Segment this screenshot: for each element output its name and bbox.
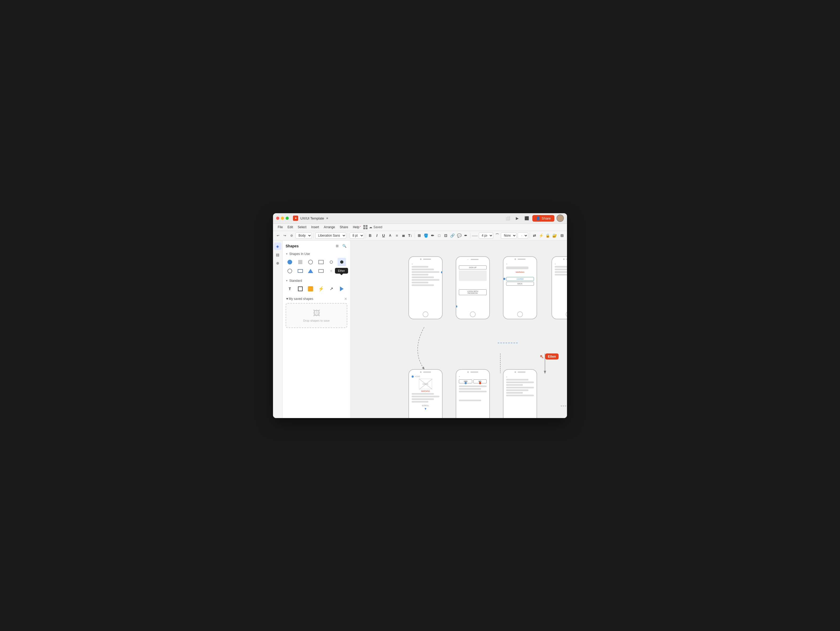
lightning-button[interactable]: ⚡ [538,232,544,239]
underline-button[interactable]: U [381,232,386,239]
grid-icon [363,225,368,229]
shape-rect2[interactable] [317,267,325,275]
user-avatar[interactable] [556,215,564,222]
cloud-icon: ☁ [369,225,372,229]
present-icon[interactable]: ⬜ [504,215,512,222]
shapes-panel-toggle[interactable]: ◈ [274,243,281,250]
canvas-inner: ≡ [351,240,567,418]
format-button[interactable]: ⊘ [289,233,295,238]
phone-r2-p1: HOME IMAGE WARNING [409,369,442,418]
menu-file[interactable]: File [276,225,285,230]
shape-rect[interactable] [317,258,325,266]
font-select[interactable]: Liberation Sans [315,232,346,239]
layers-toggle[interactable]: ⊕ [274,259,281,267]
line-width-select[interactable]: 4 px [479,232,493,239]
size-select[interactable]: 8 pt [350,232,364,239]
lock-button[interactable]: 🔒 [545,232,551,239]
shape-blue-rect[interactable] [296,267,305,275]
align-button[interactable]: ≡ [394,232,399,239]
saved-close-icon[interactable]: ✕ [344,297,347,301]
shapes-panel-title: Shapes [286,244,332,248]
standard-label: Standard [289,279,302,283]
shape-small-circle[interactable] [327,258,335,266]
standard-shapes-grid: T ⚡ ↗ [283,284,351,295]
std-arrow[interactable]: ↗ [327,285,335,293]
italic-button[interactable]: I [374,232,380,239]
menu-arrange[interactable]: Arrange [322,225,337,230]
comment-button[interactable]: 💬 [456,232,462,239]
chevron-saved-icon: ▼ [286,297,289,300]
border-button[interactable]: □ [436,232,442,239]
saved-section-label: My saved shapes [289,297,313,300]
drop-zone[interactable]: 🖼 Drop shapes to save [286,303,347,328]
std-text[interactable]: T [286,285,294,293]
shape-circle-outline[interactable] [306,258,315,266]
minimize-button[interactable] [281,217,284,220]
style-select[interactable]: Body [295,232,312,239]
saved-section-header: ▼ My saved shapes ✕ [286,297,347,301]
link-button[interactable]: 🔗 [450,232,455,239]
menu-help[interactable]: Help [351,225,363,230]
fill-button[interactable]: 🪣 [423,232,428,239]
left-sidebar-icons: ◈ ▤ ⊕ [273,240,283,418]
shape-pointer[interactable]: ⬢ Ether [338,258,346,266]
lock2-button[interactable]: 🔐 [551,232,557,239]
ellen-name-label: Ellen [545,353,559,359]
table-button[interactable]: ⊞ [416,232,422,239]
image-button[interactable]: ⊡ [443,232,448,239]
shape-gray-square[interactable] [296,258,305,266]
redo-button[interactable]: ↪ [282,233,288,238]
std-yellow[interactable] [306,285,315,293]
shape-circle-outline2[interactable] [286,267,294,275]
shape-triangle[interactable] [306,267,315,275]
none-select[interactable]: None [501,232,516,239]
phone-r2-p3: ≡ [503,369,537,418]
text-align-button[interactable]: ≣ [401,232,406,239]
menu-share[interactable]: Share [338,225,350,230]
shapes-image-icon[interactable]: ⊞ [334,243,340,249]
menu-edit[interactable]: Edit [285,225,295,230]
shapes-in-use-header[interactable]: ▼ Shapes In Use [283,250,351,257]
toolbar: ↩ ↪ ⊘ Body Liberation Sans 8 pt B I U A … [273,231,567,240]
panel-toggle[interactable]: ⊟ [559,232,565,239]
shape-cursor[interactable]: ↖ [338,267,346,275]
video-icon[interactable]: ⬛ [523,215,530,222]
waypoint-button[interactable]: ⌒ [494,232,500,239]
text-style-button[interactable]: T↕ [407,232,413,239]
document-title: UX/UI Template ★ [300,217,328,220]
text-color-button[interactable]: A [387,232,393,239]
std-play[interactable] [338,285,346,293]
arrow-select[interactable]: → [518,232,528,239]
traffic-lights [276,217,289,220]
shape-arrow-code[interactable]: < [327,267,335,275]
title-bar: ✦ UX/UI Template ★ ⬜ ▶ ⬛ 👤 Share [273,213,567,224]
menu-select[interactable]: Select [295,225,308,230]
bold-button[interactable]: B [367,232,373,239]
ellen-cursor: ↖ Ellen [540,353,559,360]
std-lightning[interactable]: ⚡ [317,285,325,293]
my-saved-section: ▼ My saved shapes ✕ 🖼 Drop shapes to sav… [283,295,351,329]
drop-icon: 🖼 [289,309,344,318]
play-icon[interactable]: ▶ [513,215,521,222]
standard-header[interactable]: ▼ Standard [283,277,351,284]
menu-insert[interactable]: Insert [309,225,321,230]
pen-button[interactable]: ✒ [463,232,469,239]
std-square[interactable] [296,285,305,293]
share-icon: 👤 [536,217,540,220]
app-logo: ✦ [293,215,298,221]
saved-label: Saved [373,225,382,229]
maximize-button[interactable] [286,217,289,220]
line-style: —— [472,234,478,237]
canvas-area[interactable]: ≡ [351,240,567,418]
close-button[interactable] [276,217,279,220]
shapes-panel: Shapes ⊞ 🔍 ▼ Shapes In Use [283,240,351,418]
undo-button[interactable]: ↩ [275,233,281,238]
chevron-standard-icon: ▼ [286,279,288,282]
share-button[interactable]: 👤 Share [532,215,554,221]
shapes-search-icon[interactable]: 🔍 [341,243,347,249]
flip-button[interactable]: ⇄ [532,232,537,239]
highlight-button[interactable]: ✏ [430,232,435,239]
pages-toggle[interactable]: ▤ [274,251,281,258]
star-icon[interactable]: ★ [326,217,328,220]
shape-blue-circle[interactable] [286,258,294,266]
